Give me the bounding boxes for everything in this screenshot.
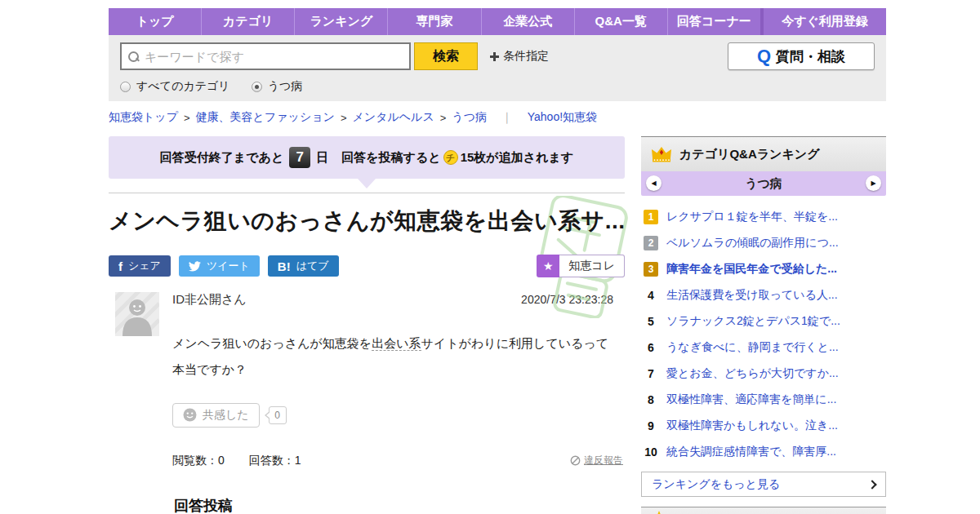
answer-count: 回答数：1 — [249, 454, 301, 468]
view-count: 閲覧数：0 — [172, 454, 225, 468]
search-icon — [128, 51, 139, 62]
rank-3-badge: 3 — [644, 262, 658, 277]
chie-collection-button[interactable]: ★ 知恵コレ — [537, 255, 625, 277]
hatena-share-label: はてブ — [296, 259, 329, 273]
hatena-share-button[interactable]: B! はてブ — [268, 255, 339, 277]
question-timestamp: 2020/7/3 23:23:28 — [521, 293, 613, 306]
report-violation-link[interactable]: 違反報告 — [570, 454, 623, 467]
nav-item-category[interactable]: カテゴリ — [202, 8, 294, 35]
ranking-list: 1 レクサプロ１錠を半年、半錠を... 2 ベルソムラの傾眠の副作用につ... … — [641, 196, 886, 467]
sidebar: カテゴリQ&Aランキング ◀ うつ病 ▶ 1 レクサプロ１錠を半年、半錠を...… — [641, 136, 886, 514]
ranking-category-bar: ◀ うつ病 ▶ — [641, 171, 886, 196]
rank-number: 10 — [644, 445, 658, 459]
question-title: メンヘラ狙いのおっさんが知恵袋を出会い系サ... — [109, 206, 625, 237]
ranking-link: うなぎ食べに、静岡まで行くと... — [666, 340, 839, 355]
rank-number: 9 — [644, 419, 658, 432]
ranking-link: 生活保護費を受け取っている人... — [666, 288, 838, 303]
twitter-share-button[interactable]: ツイート — [179, 255, 260, 277]
banner-pointer — [358, 179, 376, 188]
question-body: メンヘラ狙いのおっさんが知恵袋を出会い系サイトがわりに利用しているって本当ですか… — [172, 330, 620, 383]
next-module-header-clipped — [641, 507, 886, 514]
keyword-link[interactable]: 出会い系 — [372, 336, 421, 351]
breadcrumb-separator: > — [341, 112, 347, 124]
ranking-item-10[interactable]: 10 統合失調症感情障害で、障害厚... — [641, 439, 886, 465]
ranking-item-3[interactable]: 3 障害年金を国民年金で受給した... — [641, 256, 886, 282]
radio-all-categories[interactable]: すべてのカテゴリ — [120, 79, 230, 94]
body-text: メンヘラ狙いのおっさんが知恵袋を — [172, 336, 372, 350]
empathy-button[interactable]: 共感した — [172, 403, 260, 428]
breadcrumb-link-home[interactable]: 知恵袋トップ — [109, 110, 178, 125]
ranking-more-button[interactable]: ランキングをもっと見る — [641, 472, 886, 497]
banner-text-middle: 回答を投稿すると — [341, 150, 440, 166]
ask-question-button[interactable]: Q 質問・相談 — [728, 42, 875, 70]
nav-item-qa-list[interactable]: Q&A一覧 — [575, 8, 667, 35]
share-row: f シェア ツイート B! はてブ ★ 知 — [109, 255, 625, 277]
chevron-right-icon — [867, 480, 876, 489]
rank-number: 8 — [644, 393, 658, 406]
search-input[interactable] — [145, 50, 403, 64]
site-link-chiebukuro[interactable]: Yahoo!知恵袋 — [528, 110, 597, 125]
ranking-link: レクサプロ１錠を半年、半錠を... — [666, 210, 838, 224]
advanced-filter-link[interactable]: 条件指定 — [490, 49, 549, 64]
ranking-item-5[interactable]: 5 ソラナックス2錠とデパス1錠で... — [641, 308, 886, 335]
radio-checked-icon — [252, 82, 262, 92]
empathy-label: 共感した — [203, 408, 249, 423]
ranking-item-7[interactable]: 7 愛とお金、どちらが大切ですか... — [641, 361, 886, 387]
rank-number: 6 — [644, 341, 658, 354]
nav-item-register[interactable]: 今すぐ利用登録 — [764, 8, 886, 35]
breadcrumb-link-depression[interactable]: うつ病 — [452, 110, 487, 125]
banner-unit: 日 — [316, 150, 328, 166]
ranking-item-2[interactable]: 2 ベルソムラの傾眠の副作用につ... — [641, 230, 886, 256]
ranking-item-9[interactable]: 9 双極性障害かもしれない。泣き... — [641, 413, 886, 439]
nav-item-experts[interactable]: 専門家 — [388, 8, 480, 35]
user-avatar — [115, 292, 159, 336]
answer-section-heading: 回答投稿 — [174, 496, 625, 514]
breadcrumb-divider: ｜ — [501, 110, 513, 125]
rank-number: 4 — [644, 289, 658, 302]
search-box — [120, 42, 411, 70]
radio-current-category[interactable]: うつ病 — [252, 79, 303, 94]
ranking-link: ベルソムラの傾眠の副作用につ... — [666, 236, 839, 250]
search-button[interactable]: 検索 — [414, 42, 478, 70]
facebook-share-button[interactable]: f シェア — [109, 255, 171, 277]
chie-collection-label: 知恵コレ — [559, 255, 625, 277]
nav-item-official[interactable]: 企業公式 — [482, 8, 574, 35]
radio-category-label: うつ病 — [268, 79, 303, 94]
breadcrumb-link-mental-health[interactable]: メンタルヘルス — [352, 110, 434, 125]
coin-icon: チ — [443, 150, 458, 165]
ranking-category-name: うつ病 — [745, 176, 782, 192]
smiley-icon — [183, 408, 197, 422]
radio-unchecked-icon — [120, 82, 131, 92]
nav-item-ranking[interactable]: ランキング — [295, 8, 387, 35]
ranking-item-6[interactable]: 6 うなぎ食べに、静岡まで行くと... — [641, 335, 886, 361]
answer-deadline-banner: 回答受付終了まであと 7 日 回答を投稿すると チ 15枚が追加されます — [109, 136, 625, 179]
plus-icon — [490, 52, 499, 61]
ranking-item-8[interactable]: 8 双極性障害、適応障害を簡単に... — [641, 387, 886, 413]
breadcrumb-link-health[interactable]: 健康、美容とファッション — [196, 110, 335, 125]
days-remaining-badge: 7 — [289, 147, 310, 168]
rank-1-badge: 1 — [644, 210, 658, 224]
star-icon: ★ — [537, 255, 559, 277]
nav-item-answer-corner[interactable]: 回答コーナー — [668, 8, 760, 35]
report-label: 違反報告 — [584, 454, 623, 467]
twitter-share-label: ツイート — [207, 259, 250, 273]
rank-number: 5 — [644, 315, 658, 328]
ranking-item-4[interactable]: 4 生活保護費を受け取っている人... — [641, 282, 886, 308]
rank-2-badge: 2 — [644, 236, 658, 250]
ranking-module-header: カテゴリQ&Aランキング — [641, 136, 886, 171]
question-block: ID非公開さん 2020/7/3 23:23:28 メンヘラ狙いのおっさんが知恵… — [109, 292, 625, 514]
ranking-link: 愛とお金、どちらが大切ですか... — [666, 366, 839, 381]
facebook-icon: f — [118, 260, 122, 273]
nav-item-top[interactable]: トップ — [109, 8, 201, 35]
breadcrumb-separator: > — [440, 112, 447, 124]
prev-category-arrow[interactable]: ◀ — [646, 175, 662, 191]
ranking-item-1[interactable]: 1 レクサプロ１錠を半年、半錠を... — [641, 204, 886, 230]
ranking-link: 統合失調症感情障害で、障害厚... — [666, 445, 836, 459]
next-category-arrow[interactable]: ▶ — [866, 175, 881, 191]
facebook-share-label: シェア — [128, 259, 161, 273]
twitter-bird-icon — [189, 260, 201, 273]
ranking-link: 双極性障害かもしれない。泣き... — [666, 419, 838, 433]
breadcrumb-separator: > — [184, 112, 190, 124]
no-entry-icon — [570, 455, 581, 466]
ask-question-label: 質問・相談 — [776, 47, 845, 66]
